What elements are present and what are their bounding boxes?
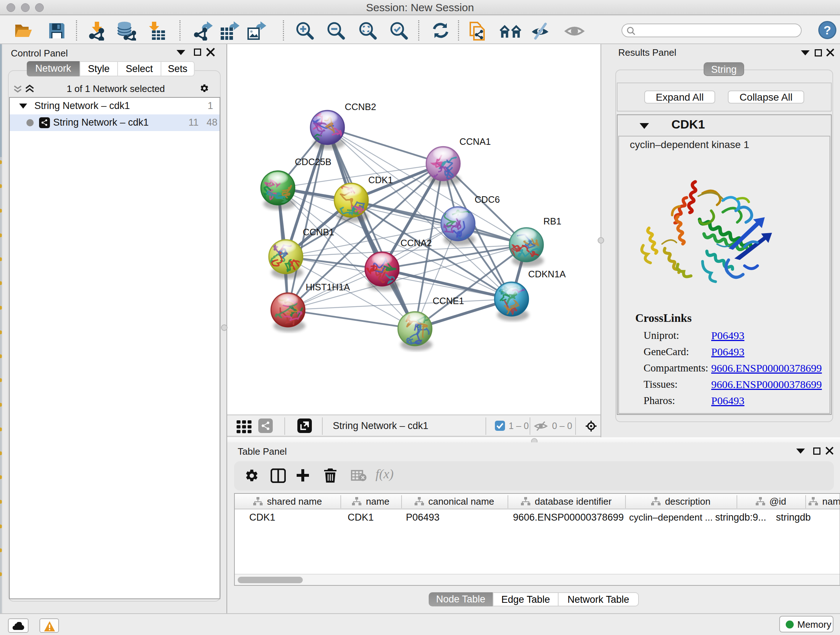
svg-text:CCNB1: CCNB1: [303, 227, 334, 237]
svg-text:CCNA2: CCNA2: [401, 238, 432, 248]
svg-text:RB1: RB1: [543, 216, 561, 226]
svg-text:CDKN1A: CDKN1A: [528, 269, 566, 279]
svg-text:HIST1H1A: HIST1H1A: [306, 282, 350, 292]
svg-text:CCNE1: CCNE1: [433, 296, 464, 306]
svg-text:CDK1: CDK1: [368, 175, 393, 185]
svg-text:CCNB2: CCNB2: [345, 102, 376, 112]
svg-text:CDC25B: CDC25B: [295, 157, 332, 167]
svg-text:CCNA1: CCNA1: [459, 136, 491, 147]
svg-text:CDC6: CDC6: [475, 195, 500, 204]
